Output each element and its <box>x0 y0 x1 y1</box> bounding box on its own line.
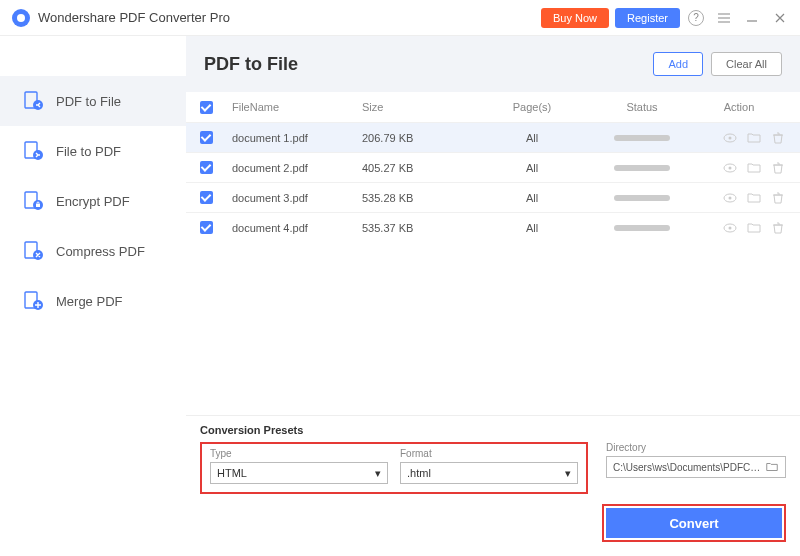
close-icon[interactable] <box>768 6 792 30</box>
directory-label: Directory <box>606 442 786 453</box>
header-action: Action <box>692 101 786 113</box>
delete-icon[interactable] <box>770 220 786 236</box>
sidebar-item-merge-pdf[interactable]: Merge PDF <box>0 276 186 326</box>
directory-input[interactable]: C:\Users\ws\Documents\PDFConvert <box>606 456 786 478</box>
cell-size: 206.79 KB <box>362 132 472 144</box>
delete-icon[interactable] <box>770 160 786 176</box>
cell-pages: All <box>472 132 592 144</box>
clear-all-button[interactable]: Clear All <box>711 52 782 76</box>
row-checkbox[interactable] <box>200 191 213 204</box>
sidebar-item-label: Merge PDF <box>56 294 122 309</box>
sidebar-item-label: File to PDF <box>56 144 121 159</box>
compress-pdf-icon <box>22 240 44 262</box>
row-checkbox[interactable] <box>200 221 213 234</box>
sidebar-item-pdf-to-file[interactable]: PDF to File <box>0 76 186 126</box>
format-label: Format <box>400 448 578 459</box>
header-filename: FileName <box>232 101 362 113</box>
sidebar-item-compress-pdf[interactable]: Compress PDF <box>0 226 186 276</box>
status-bar <box>614 135 670 141</box>
cell-pages: All <box>472 192 592 204</box>
directory-value: C:\Users\ws\Documents\PDFConvert <box>613 462 763 473</box>
row-checkbox[interactable] <box>200 131 213 144</box>
sidebar: PDF to File File to PDF Encrypt PDF Comp… <box>0 36 186 556</box>
cell-filename: document 4.pdf <box>232 222 362 234</box>
svg-point-18 <box>729 226 732 229</box>
table-row[interactable]: document 4.pdf 535.37 KB All <box>186 212 800 242</box>
sidebar-item-label: Encrypt PDF <box>56 194 130 209</box>
presets-highlight-box: Type HTML ▾ Format .html ▾ <box>200 442 588 494</box>
bottom-panel: Conversion Presets Type HTML ▾ Format .h… <box>186 415 800 556</box>
svg-rect-6 <box>36 204 40 207</box>
type-select[interactable]: HTML ▾ <box>210 462 388 484</box>
sidebar-item-file-to-pdf[interactable]: File to PDF <box>0 126 186 176</box>
file-to-pdf-icon <box>22 140 44 162</box>
preview-icon[interactable] <box>722 160 738 176</box>
table-row[interactable]: document 2.pdf 405.27 KB All <box>186 152 800 182</box>
buy-now-button[interactable]: Buy Now <box>541 8 609 28</box>
folder-icon[interactable] <box>746 160 762 176</box>
file-table: FileName Size Page(s) Status Action docu… <box>186 92 800 415</box>
table-row[interactable]: document 1.pdf 206.79 KB All <box>186 122 800 152</box>
merge-pdf-icon <box>22 290 44 312</box>
chevron-down-icon: ▾ <box>565 467 571 480</box>
sidebar-item-label: PDF to File <box>56 94 121 109</box>
register-button[interactable]: Register <box>615 8 680 28</box>
format-value: .html <box>407 467 431 479</box>
header-pages: Page(s) <box>472 101 592 113</box>
folder-icon[interactable] <box>746 130 762 146</box>
table-header: FileName Size Page(s) Status Action <box>186 92 800 122</box>
cell-filename: document 1.pdf <box>232 132 362 144</box>
svg-point-16 <box>729 196 732 199</box>
page-title: PDF to File <box>204 54 645 75</box>
minimize-icon[interactable] <box>740 6 764 30</box>
sidebar-item-encrypt-pdf[interactable]: Encrypt PDF <box>0 176 186 226</box>
sidebar-item-label: Compress PDF <box>56 244 145 259</box>
chevron-down-icon: ▾ <box>375 467 381 480</box>
cell-pages: All <box>472 162 592 174</box>
app-title: Wondershare PDF Converter Pro <box>38 10 535 25</box>
titlebar: Wondershare PDF Converter Pro Buy Now Re… <box>0 0 800 36</box>
preview-icon[interactable] <box>722 190 738 206</box>
select-all-checkbox[interactable] <box>200 101 213 114</box>
pdf-to-file-icon <box>22 90 44 112</box>
cell-filename: document 3.pdf <box>232 192 362 204</box>
menu-icon[interactable] <box>712 6 736 30</box>
preview-icon[interactable] <box>722 220 738 236</box>
cell-size: 535.28 KB <box>362 192 472 204</box>
preview-icon[interactable] <box>722 130 738 146</box>
encrypt-pdf-icon <box>22 190 44 212</box>
status-bar <box>614 225 670 231</box>
status-bar <box>614 195 670 201</box>
convert-highlight-box: Convert <box>602 504 786 542</box>
help-icon[interactable]: ? <box>684 6 708 30</box>
convert-button[interactable]: Convert <box>606 508 782 538</box>
add-button[interactable]: Add <box>653 52 703 76</box>
cell-filename: document 2.pdf <box>232 162 362 174</box>
folder-icon[interactable] <box>746 220 762 236</box>
folder-icon[interactable] <box>746 190 762 206</box>
cell-size: 405.27 KB <box>362 162 472 174</box>
type-label: Type <box>210 448 388 459</box>
delete-icon[interactable] <box>770 190 786 206</box>
type-value: HTML <box>217 467 247 479</box>
browse-folder-icon[interactable] <box>765 460 779 474</box>
presets-title: Conversion Presets <box>200 424 786 436</box>
main-panel: PDF to File Add Clear All FileName Size … <box>186 36 800 556</box>
cell-pages: All <box>472 222 592 234</box>
status-bar <box>614 165 670 171</box>
delete-icon[interactable] <box>770 130 786 146</box>
header-status: Status <box>592 101 692 113</box>
app-logo-icon <box>12 9 30 27</box>
svg-point-14 <box>729 166 732 169</box>
table-row[interactable]: document 3.pdf 535.28 KB All <box>186 182 800 212</box>
svg-point-12 <box>729 136 732 139</box>
format-select[interactable]: .html ▾ <box>400 462 578 484</box>
header-size: Size <box>362 101 472 113</box>
row-checkbox[interactable] <box>200 161 213 174</box>
cell-size: 535.37 KB <box>362 222 472 234</box>
